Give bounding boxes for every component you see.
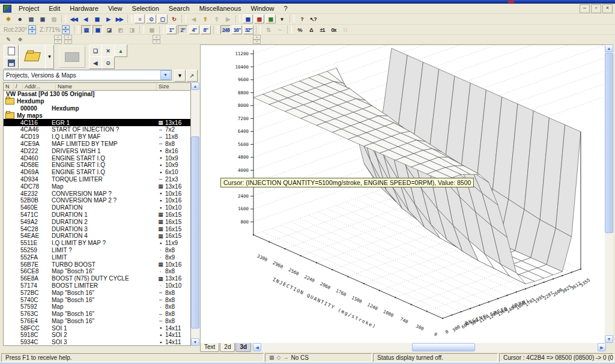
width-2-button[interactable]: 2″ — [178, 25, 188, 34]
mode-16-button[interactable]: 16″ — [232, 25, 242, 34]
context-help-button[interactable]: ↖? — [308, 14, 318, 23]
map-list-row[interactable]: 57174BOOST LIMITER·10x10 — [4, 282, 190, 290]
rotation-spinner[interactable]: ▲▼ — [28, 25, 36, 34]
map-list-row[interactable]: 4D934TORQUE LIMITER–21x3 — [4, 176, 190, 183]
menu-miscellaneous[interactable]: Miscellaneous — [195, 4, 246, 13]
tab-2d[interactable]: 2d — [220, 343, 235, 352]
print-button[interactable]: ▤ — [26, 14, 36, 23]
menu-edit[interactable]: Edit — [44, 4, 65, 13]
map-list-row[interactable]: 5471CDURATION 1▦16x15 — [4, 211, 190, 219]
map-list-row[interactable]: 54EAEDURATION 4▦16x15 — [4, 232, 190, 240]
tab-text[interactable]: Text — [200, 343, 219, 352]
delta-button[interactable]: Δ — [306, 25, 316, 34]
width-8-button[interactable]: 8″ — [201, 25, 211, 34]
copy-window-button[interactable]: ▣ — [37, 14, 47, 23]
map-list-scrollbar[interactable]: ▲ ▼ — [191, 82, 199, 346]
scroll-right-icon[interactable]: ▶ — [598, 343, 606, 351]
tree-mode-combobox[interactable]: Projects, Versions & Maps ▼ — [3, 70, 172, 80]
folder-up-button[interactable]: ⇧ — [200, 14, 210, 23]
map-list-row[interactable]: 55259LIMIT ?·8x8 — [4, 247, 190, 254]
zoom-spinner[interactable]: ▲▼ — [62, 25, 70, 34]
new-version-button[interactable] — [4, 44, 19, 57]
column-size[interactable]: Size — [157, 83, 190, 90]
first-map-button[interactable]: ◀◀ — [68, 14, 79, 23]
tab-3d[interactable]: 3d — [235, 343, 251, 352]
customer-data-button[interactable]: ☻ — [14, 14, 25, 23]
map-list-row[interactable]: 552FALIMIT·8x9 — [4, 253, 190, 261]
prev-map-button[interactable]: ◀ — [80, 14, 90, 23]
percent-button[interactable]: % — [294, 25, 304, 34]
width-4-button[interactable]: 4″ — [189, 25, 199, 34]
save-button[interactable] — [4, 56, 19, 69]
map-list-row[interactable]: 4DC78Map▦13x16 — [4, 183, 190, 190]
width-1-button[interactable]: 1″ — [166, 25, 177, 34]
scroll-thumb[interactable] — [191, 136, 199, 329]
import-button[interactable]: ✱ — [3, 14, 13, 23]
map-list-row[interactable]: 56E8ABOOST (N75) DUTY CYCLE▦13x16 — [4, 275, 190, 282]
map-list-row[interactable]: 54C28DURATION 3▦16x15 — [4, 225, 190, 232]
map-list-row[interactable]: 58FCCSOI 1▪14x11 — [4, 324, 190, 332]
map-list-row[interactable]: 4D58EENGINE START I.Q▪10x9 — [4, 162, 190, 169]
inspect-map-button[interactable]: ⊙ — [101, 56, 115, 69]
export-map-button[interactable]: ◀ — [89, 56, 102, 69]
refresh-button[interactable]: ↻ — [169, 14, 179, 23]
project-row[interactable]: VW Passat [Pd 130 05 Original] — [4, 91, 190, 98]
scroll-down-icon[interactable]: ▼ — [191, 338, 199, 346]
hex-display-button[interactable]: 0x — [329, 25, 339, 34]
map-list-button[interactable]: ≡ — [135, 14, 145, 23]
offset-button[interactable]: ±1 — [317, 25, 327, 34]
menu-view[interactable]: View — [103, 4, 127, 13]
map-list-row[interactable]: 5460EDURATION▪10x10 — [4, 204, 190, 211]
map-list-row[interactable]: 4D222DRIVERS WISH 1▪8x16 — [4, 147, 190, 154]
column-slash[interactable]: / — [14, 83, 23, 90]
map-list-row[interactable]: 00000Hexdump — [4, 105, 190, 112]
graph-horizontal-scrollbar[interactable]: ◀ ▶ — [253, 343, 606, 352]
map-overview-button[interactable]: ▦ — [91, 14, 101, 23]
view-2d-button[interactable]: ▤ — [81, 25, 91, 34]
close-version-button[interactable]: ✕ — [101, 44, 115, 57]
map-list-row[interactable]: 4D69AENGINE START I.Q▪6x10 — [4, 169, 190, 176]
view-text-button[interactable]: ◪ — [104, 25, 114, 34]
new-window-button[interactable]: ▢ — [157, 14, 168, 23]
scroll-thumb[interactable] — [412, 343, 476, 351]
scroll-down-icon[interactable]: ▼ — [605, 335, 613, 343]
map-list-row[interactable]: 5934CSOI 3▪14x11 — [4, 339, 190, 346]
map-list-row[interactable]: 5763CMap "Bosch 16"–8x8 — [4, 311, 190, 318]
menu-search[interactable]: Search — [164, 4, 195, 13]
minimize-button[interactable]: – — [580, 4, 590, 13]
mode-248-button[interactable]: 248 — [220, 25, 231, 34]
last-map-button[interactable]: ▶▶ — [114, 14, 124, 23]
menu-project[interactable]: Project — [14, 4, 44, 13]
script-button[interactable]: ✎ — [3, 35, 13, 44]
map-list-row[interactable]: 572BCMap "Bosch 16"–8x8 — [4, 289, 190, 296]
open-dropdown-button[interactable]: ▼ — [45, 44, 54, 69]
map-list-row[interactable]: 576E4Map "Bosch 16"–8x8 — [4, 318, 190, 325]
map-list-row[interactable]: 4CE9AMAF LIMITED BY TEMP–8x8 — [4, 141, 190, 148]
detach-panel-button[interactable]: ↗ — [186, 70, 198, 82]
map-list-row[interactable]: 5511EI.Q LIMIT BY MAP ?▪11x9 — [4, 240, 190, 247]
map-list-row[interactable]: 4C116EGR 1▦13x16 — [4, 119, 190, 126]
column-addr[interactable]: Addr... — [23, 83, 56, 90]
table-version-button[interactable]: ▦ — [265, 14, 276, 23]
menu-window[interactable]: Window — [246, 4, 279, 13]
table-difference-button[interactable]: ▦ — [254, 14, 264, 23]
map-list-row[interactable]: 4CA46START OF INJECTION ?–7x2 — [4, 126, 190, 133]
next-map-button[interactable]: ▶ — [103, 14, 113, 23]
close-button[interactable]: × — [602, 4, 613, 13]
menu-selection[interactable]: Selection — [127, 4, 164, 13]
map-list-row[interactable]: 56CE8Map "Bosch 16"·8x8 — [4, 268, 190, 275]
map-list-row[interactable]: 5740CMap "Bosch 16"–8x8 — [4, 296, 190, 303]
map-search-button[interactable]: ⊙ — [146, 14, 156, 23]
graph-vertical-scrollbar[interactable]: ▲ ▼ — [605, 44, 613, 343]
list-options-button[interactable]: ▼ — [174, 70, 186, 82]
open-project-button[interactable] — [19, 44, 46, 69]
restore-button[interactable]: ▫ — [591, 4, 601, 13]
scroll-thumb[interactable] — [605, 53, 613, 233]
map-list-row[interactable]: 4E232CONVERSION MAP ?▪10x16 — [4, 190, 190, 197]
mode-32-button[interactable]: 32″ — [243, 25, 253, 34]
table-dropdown-button[interactable]: ▾ — [277, 14, 287, 23]
menu-help[interactable]: ? — [279, 4, 292, 13]
folder-row[interactable]: My maps — [4, 112, 190, 119]
map-list-row[interactable]: 4D460ENGINE START I.Q▪10x9 — [4, 154, 190, 162]
map-list-row[interactable]: 56B7ETURBO BOOST▦10x16 — [4, 261, 190, 268]
